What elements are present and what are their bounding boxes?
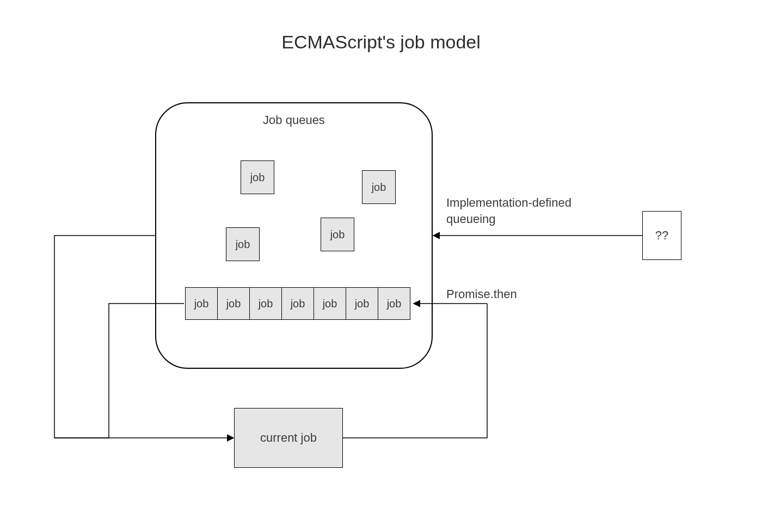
floating-job-box: job <box>362 170 396 204</box>
queue-job-cell: job <box>217 287 250 320</box>
implementation-line-2: queueing <box>446 212 496 226</box>
queue-job-cell: job <box>346 287 378 320</box>
unknown-source-box: ?? <box>642 211 681 260</box>
job-queues-label: Job queues <box>156 113 432 127</box>
diagram-title: ECMAScript's job model <box>0 32 762 53</box>
queue-job-cell: job <box>314 287 346 320</box>
promise-then-label: Promise.then <box>446 287 517 301</box>
implementation-defined-label: Implementation-defined queueing <box>446 195 572 227</box>
floating-job-box: job <box>321 218 354 251</box>
queue-job-cell: job <box>378 287 410 320</box>
promise-job-queue: job job job job job job job <box>185 287 410 320</box>
current-job-box: current job <box>234 408 343 468</box>
queue-job-cell: job <box>185 287 218 320</box>
job-queues-container: Job queues job job job job job job job j… <box>155 102 433 369</box>
floating-job-box: job <box>226 227 260 261</box>
queue-job-cell: job <box>249 287 282 320</box>
floating-job-box: job <box>241 160 274 194</box>
diagram-canvas: ECMAScript's job model Job queues job jo… <box>0 0 762 532</box>
queue-job-cell: job <box>281 287 314 320</box>
implementation-line-1: Implementation-defined <box>446 196 572 209</box>
